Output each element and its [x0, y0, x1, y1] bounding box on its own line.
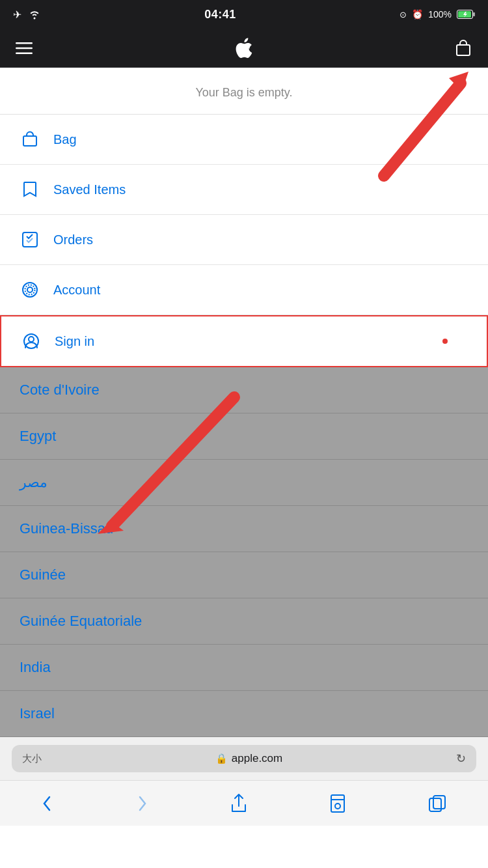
bag-menu-item[interactable]: Bag [0, 115, 488, 165]
forward-button[interactable] [135, 793, 149, 814]
country-item-egypt-en[interactable]: Egypt [0, 413, 488, 460]
orders-icon [20, 229, 40, 250]
page-wrapper: ✈ 04:41 ⊙ ⏰ 100% [0, 0, 488, 826]
battery-icon [457, 10, 475, 19]
reload-icon[interactable]: ↻ [456, 751, 466, 766]
svg-rect-6 [457, 45, 470, 55]
svg-rect-9 [23, 136, 36, 146]
sign-in-icon [21, 331, 42, 352]
country-item-guinea-bissau[interactable]: Guinea-Bissau [0, 506, 488, 552]
svg-rect-4 [16, 47, 33, 49]
sign-in-dot [442, 339, 448, 344]
country-item-guinee-equatoriale[interactable]: Guinée Equatoriale [0, 598, 488, 645]
svg-rect-3 [16, 42, 33, 44]
bag-icon[interactable] [454, 39, 472, 57]
country-item-guinee[interactable]: Guinée [0, 552, 488, 598]
menu-icon[interactable] [16, 42, 33, 54]
apple-logo [234, 37, 252, 59]
status-left-icons: ✈ [13, 8, 41, 21]
orders-menu-item[interactable]: Orders [0, 215, 488, 265]
bag-label: Bag [53, 132, 77, 147]
svg-point-12 [27, 287, 33, 292]
bag-menu-icon [20, 129, 40, 150]
country-list: Cote d'Ivoire Egypt مصر Guinea-Bissau Gu… [0, 367, 488, 737]
alarm-icon: ⏰ [412, 9, 423, 20]
airplane-icon: ✈ [13, 8, 21, 21]
bag-panel: Your Bag is empty. Bag Saved Items [0, 68, 488, 367]
country-item-egypt-ar[interactable]: مصر [0, 460, 488, 506]
dropdown-arrow [459, 68, 475, 77]
svg-point-19 [335, 804, 340, 809]
share-button[interactable] [230, 793, 248, 814]
saved-items-label: Saved Items [53, 182, 126, 197]
bag-empty-message: Your Bag is empty. [0, 68, 488, 115]
back-button[interactable] [40, 793, 55, 814]
country-item-cote-d-ivoire[interactable]: Cote d'Ivoire [0, 367, 488, 413]
country-item-israel[interactable]: Israel [0, 691, 488, 737]
browser-url-bar[interactable]: 大小 🔒 apple.com ↻ [12, 745, 476, 772]
account-icon [20, 279, 40, 300]
lock-icon: 🔒 [215, 753, 228, 764]
wifi-icon [28, 9, 41, 20]
svg-rect-10 [23, 232, 37, 247]
status-bar: ✈ 04:41 ⊙ ⏰ 100% [0, 0, 488, 29]
svg-point-13 [25, 285, 35, 295]
battery-percent: 100% [428, 9, 452, 20]
account-label: Account [53, 283, 100, 298]
tabs-button[interactable] [427, 793, 448, 814]
screentime-icon: ⊙ [400, 10, 407, 20]
sign-in-label: Sign in [55, 334, 94, 349]
nav-bar [0, 29, 488, 68]
svg-point-15 [29, 337, 34, 342]
svg-rect-2 [473, 12, 475, 16]
browser-bar: 大小 🔒 apple.com ↻ [0, 737, 488, 780]
account-menu-item[interactable]: Account [0, 265, 488, 315]
orders-label: Orders [53, 232, 93, 247]
url-domain: apple.com [232, 752, 282, 765]
bottom-nav [0, 780, 488, 826]
font-size-label: 大小 [22, 753, 42, 765]
bookmarks-button[interactable] [329, 793, 347, 814]
status-time: 04:41 [204, 8, 236, 21]
sign-in-menu-item[interactable]: Sign in [0, 315, 488, 367]
svg-rect-5 [16, 52, 33, 54]
saved-items-menu-item[interactable]: Saved Items [0, 165, 488, 215]
status-right-icons: ⊙ ⏰ 100% [400, 9, 475, 20]
saved-items-icon [20, 179, 40, 200]
country-item-india[interactable]: India [0, 645, 488, 691]
